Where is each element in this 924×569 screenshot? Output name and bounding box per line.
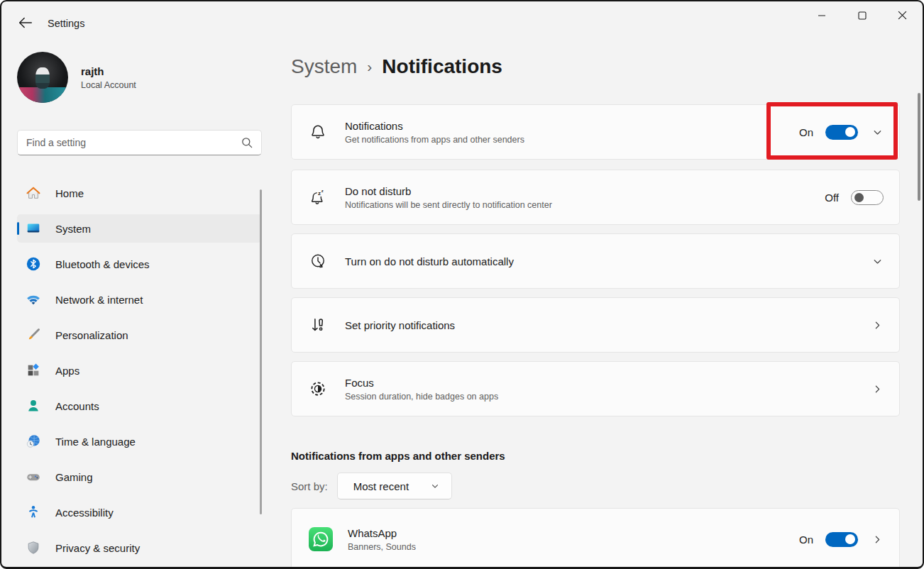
sort-by-label: Sort by:	[291, 480, 328, 492]
toggle-knob	[854, 193, 864, 202]
back-arrow-icon	[18, 15, 33, 33]
sidebar: rajth Local Account Home System	[1, 41, 280, 567]
toggle-knob	[845, 534, 855, 544]
chevron-down-icon[interactable]	[871, 255, 884, 267]
privacy-security-icon	[26, 540, 41, 556]
sidebar-scrollbar[interactable]	[260, 189, 262, 514]
card-focus[interactable]: Focus Session duration, hide badges on a…	[291, 361, 900, 416]
card-controls	[858, 255, 884, 267]
sidebar-item-accounts[interactable]: Accounts	[17, 392, 262, 420]
sidebar-item-label: Gaming	[55, 471, 93, 483]
sidebar-item-label: Bluetooth & devices	[55, 258, 150, 270]
card-controls: Off	[825, 190, 884, 205]
sidebar-item-bluetooth-devices[interactable]: Bluetooth & devices	[17, 250, 262, 278]
search-input[interactable]	[18, 137, 241, 148]
app-row-whatsapp[interactable]: WhatsApp Banners, Sounds On	[291, 508, 900, 569]
avatar	[17, 52, 68, 103]
breadcrumb-separator-icon: ›	[367, 58, 372, 75]
toggle-state-label: On	[799, 534, 813, 546]
toggle-state-label: On	[799, 126, 813, 138]
sidebar-item-privacy-security[interactable]: Privacy & security	[17, 534, 262, 562]
toggle-knob	[845, 127, 855, 137]
card-subtitle: Session duration, hide badges on apps	[345, 392, 858, 402]
bluetooth-icon	[26, 256, 41, 272]
maximize-icon	[858, 10, 867, 23]
sidebar-item-apps[interactable]: Apps	[17, 356, 262, 385]
card-title: Set priority notifications	[345, 319, 858, 331]
sidebar-item-time-language[interactable]: Time & language	[17, 427, 262, 455]
close-button[interactable]	[882, 1, 923, 31]
home-icon	[26, 185, 41, 201]
search-icon[interactable]	[241, 137, 253, 148]
sidebar-item-label: Accessibility	[55, 507, 114, 519]
toggle-state-label: Off	[825, 192, 839, 204]
sidebar-item-label: System	[55, 223, 91, 235]
system-icon	[26, 221, 41, 236]
breadcrumb-system[interactable]: System	[291, 55, 357, 78]
card-do-not-disturb[interactable]: zz Do not disturb Notifications will be …	[291, 170, 900, 225]
card-text: Focus Session duration, hide badges on a…	[345, 377, 858, 402]
chevron-right-icon[interactable]	[871, 383, 884, 395]
card-title: Notifications	[345, 120, 799, 132]
sidebar-item-system[interactable]: System	[17, 214, 262, 243]
clock-auto-icon	[309, 252, 327, 270]
chevron-down-icon[interactable]	[871, 126, 884, 138]
app-name: WhatsApp	[348, 527, 799, 539]
account-name: rajth	[81, 65, 136, 77]
chevron-right-icon[interactable]	[871, 534, 884, 546]
sort-row: Sort by: Most recent	[291, 473, 452, 499]
card-dnd-automatically[interactable]: Turn on do not disturb automatically	[291, 233, 900, 289]
settings-window: Settings rajth Local Account	[0, 0, 924, 569]
sidebar-item-label: Time & language	[55, 436, 136, 448]
do-not-disturb-toggle[interactable]	[851, 190, 884, 205]
card-subtitle: Notifications will be sent directly to n…	[345, 200, 825, 210]
search-box	[17, 130, 262, 155]
focus-icon	[309, 380, 327, 398]
titlebar: Settings	[1, 1, 923, 41]
account-info[interactable]: rajth Local Account	[17, 52, 136, 103]
svg-text:z: z	[321, 189, 324, 193]
close-icon	[898, 10, 907, 23]
card-text: Set priority notifications	[345, 319, 858, 331]
card-priority-notifications[interactable]: Set priority notifications	[291, 297, 900, 353]
sort-dropdown[interactable]: Most recent	[337, 473, 452, 499]
chevron-down-icon	[430, 481, 440, 491]
accessibility-icon	[26, 504, 41, 520]
account-text: rajth Local Account	[81, 65, 136, 90]
priority-icon	[309, 316, 327, 334]
apps-section-header: Notifications from apps and other sender…	[291, 450, 505, 462]
accounts-icon	[26, 398, 41, 414]
card-subtitle: Get notifications from apps and other se…	[345, 135, 799, 145]
chevron-right-icon[interactable]	[871, 319, 884, 331]
minimize-icon	[818, 10, 826, 23]
sidebar-item-label: Personalization	[55, 329, 128, 341]
notifications-toggle[interactable]	[825, 125, 858, 140]
main-content: System › Notifications Notifications Get…	[291, 41, 923, 567]
sidebar-item-label: Privacy & security	[55, 542, 140, 554]
sidebar-item-home[interactable]: Home	[17, 179, 262, 207]
card-title: Focus	[345, 377, 858, 389]
main-scrollbar[interactable]	[918, 93, 920, 201]
minimize-button[interactable]	[801, 1, 842, 31]
gaming-icon	[26, 469, 41, 485]
maximize-button[interactable]	[842, 1, 882, 31]
whatsapp-icon	[309, 527, 333, 551]
account-type: Local Account	[81, 80, 136, 90]
back-button[interactable]	[13, 13, 38, 35]
card-controls	[858, 383, 884, 395]
sidebar-item-gaming[interactable]: Gaming	[17, 463, 262, 491]
card-controls: On	[799, 532, 884, 547]
svg-text:z: z	[318, 190, 321, 197]
sidebar-item-personalization[interactable]: Personalization	[17, 321, 262, 349]
sidebar-item-network-internet[interactable]: Network & internet	[17, 285, 262, 314]
card-notifications[interactable]: Notifications Get notifications from app…	[291, 104, 900, 160]
window-controls	[801, 1, 923, 35]
whatsapp-toggle[interactable]	[825, 532, 858, 547]
sidebar-item-accessibility[interactable]: Accessibility	[17, 498, 262, 526]
card-controls: On	[799, 125, 884, 140]
page-title: Notifications	[382, 55, 502, 78]
apps-icon	[26, 363, 41, 378]
do-not-disturb-icon: zz	[309, 188, 327, 206]
breadcrumb: System › Notifications	[291, 55, 502, 78]
network-icon	[26, 292, 41, 307]
